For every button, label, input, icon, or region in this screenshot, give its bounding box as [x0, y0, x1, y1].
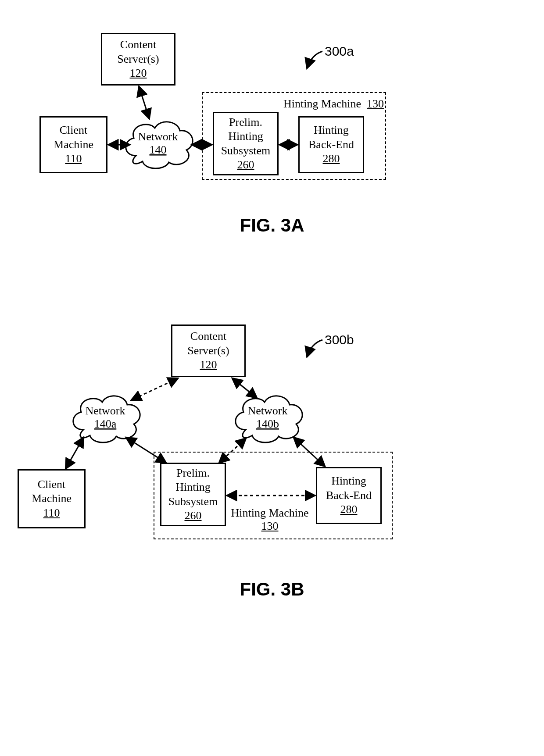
- label: Hinting: [175, 480, 210, 495]
- label: Content: [120, 38, 156, 52]
- label: Client: [60, 123, 88, 138]
- ref-number: 140b: [256, 417, 279, 430]
- cloud-network-b-left: Network 140a: [73, 396, 140, 442]
- figure-ref-b: 300b: [325, 332, 354, 347]
- label: FIG. 3B: [240, 579, 304, 599]
- label: Hinting Machine: [283, 97, 361, 110]
- box-prelim-hinting-b: Prelim. Hinting Subsystem 260: [160, 463, 226, 526]
- figure-ref-a: 300a: [325, 44, 354, 59]
- label: Hinting: [331, 474, 366, 489]
- label: Subsystem: [168, 495, 218, 509]
- ref-number: 110: [43, 506, 60, 521]
- cloud-network-a: Network 140: [126, 122, 193, 168]
- ref-number: 120: [200, 358, 217, 372]
- label: Network: [138, 130, 178, 143]
- figure-caption-b: FIG. 3B: [0, 579, 544, 600]
- arrow-neta-client: [66, 438, 83, 468]
- label: Network: [248, 404, 288, 417]
- arrow-content-netb: [233, 378, 257, 398]
- label: 300b: [325, 332, 354, 347]
- label: Hinting Machine: [231, 506, 309, 519]
- box-hinting-backend-a: Hinting Back-End 280: [298, 116, 364, 173]
- ref-number: 130: [367, 97, 384, 110]
- box-client-machine-b: Client Machine 110: [18, 469, 86, 528]
- diagram-stage: Content Server(s) 120 Client Machine 110…: [0, 0, 544, 756]
- label: Machine: [54, 138, 93, 152]
- arrow-content-network-a: [139, 87, 149, 118]
- ref-number: 260: [237, 158, 254, 172]
- label: Subsystem: [221, 144, 271, 158]
- label: 300a: [325, 44, 354, 58]
- box-client-machine-a: Client Machine 110: [39, 116, 107, 173]
- label: Back-End: [308, 138, 354, 152]
- label: Hinting: [314, 123, 348, 138]
- label: Prelim.: [176, 466, 210, 481]
- ref-number: 130: [261, 520, 279, 532]
- label: Machine: [32, 492, 72, 506]
- ref-number: 140: [150, 143, 167, 156]
- ref-number: 260: [185, 509, 202, 523]
- label: Client: [38, 478, 66, 492]
- ref-number: 110: [65, 152, 82, 166]
- leader-300b: [307, 340, 322, 357]
- label: FIG. 3A: [240, 215, 304, 235]
- ref-number: 120: [130, 66, 147, 81]
- label: Back-End: [326, 489, 372, 503]
- label: Prelim.: [229, 115, 262, 130]
- ref-number: 140a: [94, 417, 117, 430]
- label: Hinting: [228, 129, 263, 144]
- box-hinting-backend-b: Hinting Back-End 280: [316, 467, 382, 524]
- leader-300a: [307, 51, 322, 68]
- box-content-servers-a: Content Server(s) 120: [101, 33, 175, 86]
- ref-number: 280: [340, 503, 358, 517]
- box-content-servers-b: Content Server(s) 120: [171, 325, 246, 377]
- box-prelim-hinting-a: Prelim. Hinting Subsystem 260: [213, 112, 279, 175]
- label: Content: [190, 329, 226, 344]
- arrow-content-neta-dashed: [132, 378, 178, 400]
- group-label-hinting-machine-a: Hinting Machine 130: [265, 97, 384, 111]
- figure-caption-a: FIG. 3A: [0, 215, 544, 236]
- label: Network: [86, 404, 125, 417]
- label: Server(s): [117, 52, 159, 67]
- label: Server(s): [187, 344, 229, 358]
- ref-number: 280: [323, 152, 340, 166]
- group-label-hinting-machine-b: Hinting Machine 130: [224, 506, 316, 533]
- cloud-network-b-right: Network 140b: [236, 396, 302, 442]
